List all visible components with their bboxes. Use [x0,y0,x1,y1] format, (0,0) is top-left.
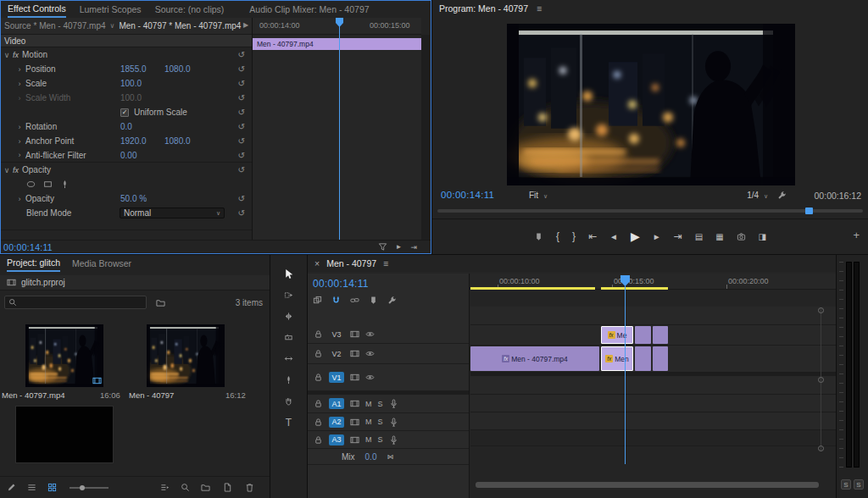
timeline-clip-v2-selected[interactable]: fx Me [601,326,633,344]
close-icon[interactable]: × [314,258,320,268]
twirl-position-icon[interactable]: › [14,65,25,74]
twirl-antiflicker-icon[interactable]: › [14,151,25,159]
twirl-scale-icon[interactable]: › [14,80,25,88]
zoom-slider[interactable] [70,487,108,489]
tab-source-monitor[interactable]: Source: (no clips) [155,4,225,14]
mute-button[interactable]: M [365,418,372,426]
timeline-clip[interactable] [653,326,668,344]
lock-icon[interactable] [314,329,323,339]
track-content-v3[interactable] [470,307,836,325]
new-item-icon[interactable] [223,483,232,492]
lock-icon[interactable] [314,349,323,358]
clip-thumbnail[interactable] [147,324,225,387]
program-scrubber[interactable] [437,206,863,216]
voiceover-mic-icon[interactable] [389,418,398,427]
play-in-out-icon[interactable]: ⇥ [410,243,417,252]
bin-path-icon[interactable] [156,298,165,307]
sync-lock-icon[interactable] [350,329,359,339]
voiceover-mic-icon[interactable] [389,435,398,445]
twirl-opacity-icon[interactable]: › [14,195,25,203]
lock-icon[interactable] [314,418,323,427]
go-to-out-button[interactable]: ⇥ [674,230,682,242]
playback-resolution-dropdown[interactable]: 1/4 ∨ [747,191,768,200]
track-content-v2[interactable]: fx Me [470,325,836,346]
mini-playhead-line[interactable] [339,18,340,240]
mix-meter-icon[interactable]: ⋈ [387,453,393,461]
tool-razor[interactable] [270,327,307,348]
track-badge-v3[interactable]: V3 [329,329,344,340]
track-output-eye-icon[interactable] [365,329,375,339]
mini-clip-bar[interactable]: Men - 40797.mp4 [253,38,421,50]
clip-thumbnail[interactable] [25,324,103,387]
horizontal-scrollbar[interactable] [476,482,819,488]
sync-lock-icon[interactable] [350,373,359,382]
mix-value[interactable]: 0.0 [365,452,377,462]
timeline-playhead-line[interactable] [625,278,626,464]
track-content-v1[interactable]: fx Men - 40797.mp4 fx Men [470,346,836,373]
solo-button[interactable]: S [378,435,383,444]
panel-menu-icon[interactable]: ≡ [383,258,388,268]
vertical-scrollbar[interactable] [818,307,824,451]
tool-selection[interactable] [270,263,307,285]
chevron-down-icon[interactable]: ∨ [110,22,115,30]
timeline-clip[interactable] [635,346,651,371]
reset-rotation-button[interactable]: ↺ [238,122,245,131]
track-badge-v1[interactable]: V1 [329,372,344,383]
reset-antiflicker-button[interactable]: ↺ [238,151,245,160]
sync-lock-icon[interactable] [350,418,359,427]
twirl-anchor-icon[interactable]: › [14,137,25,146]
fx-icon[interactable]: fx [13,51,19,59]
effect-timecode[interactable]: 00:00:14:11 [3,242,53,252]
position-x-value[interactable]: 1855.0 [120,64,147,74]
mute-button[interactable]: M [365,435,372,444]
tab-audio-clip-mixer[interactable]: Audio Clip Mixer: Men - 40797 [249,4,369,14]
timeline-settings-wrench-icon[interactable] [387,296,397,305]
scale-value[interactable]: 100.0 [120,79,142,88]
extract-button[interactable]: ▦ [715,232,723,241]
mark-in-button[interactable]: { [556,230,559,242]
reset-motion-button[interactable]: ↺ [238,50,245,59]
reset-anchor-button[interactable]: ↺ [238,136,245,146]
timeline-clip[interactable] [653,346,668,371]
nest-toggle-icon[interactable] [313,296,322,305]
play-around-icon[interactable]: ► [396,243,403,251]
sync-lock-icon[interactable] [350,349,359,358]
tab-project[interactable]: Project: glitch [7,255,60,272]
lift-button[interactable]: ▤ [695,232,703,241]
rect-mask-icon[interactable] [43,180,53,189]
track-content-a1[interactable] [470,376,836,395]
tool-ripple-edit[interactable] [270,306,307,327]
settings-wrench-icon[interactable] [777,191,787,200]
tool-type[interactable]: T [270,412,307,433]
sync-lock-icon[interactable] [350,399,359,408]
tab-sequence[interactable]: Men - 40797 [326,256,376,271]
search-box[interactable] [4,296,147,309]
reset-position-button[interactable]: ↺ [238,64,245,74]
program-timecode[interactable]: 00:00:14:11 [441,190,494,200]
lock-icon[interactable] [314,373,323,382]
collapse-opacity-icon[interactable]: ∨ [1,166,13,174]
solo-button[interactable]: S [378,418,383,426]
tool-pen[interactable] [270,369,307,390]
readonly-pencil-icon[interactable] [7,483,16,492]
twirl-rotation-icon[interactable]: › [14,123,25,131]
tab-program[interactable]: Program: Men - 40797 [439,1,528,16]
timeline-clip[interactable] [635,326,651,344]
reset-opacity-button[interactable]: ↺ [238,165,245,174]
reset-scale-button[interactable]: ↺ [238,79,245,88]
project-file-name[interactable]: glitch.prproj [21,278,65,287]
sequence-thumbnail[interactable] [15,406,114,463]
linked-selection-icon[interactable] [350,296,359,305]
go-to-in-button[interactable]: ⇤ [588,230,597,242]
icon-view-icon[interactable] [47,483,57,492]
add-marker-button[interactable] [534,232,543,241]
track-output-eye-icon[interactable] [365,349,375,358]
anchor-x-value[interactable]: 1920.0 [120,136,147,146]
rotation-value[interactable]: 0.0 [120,122,132,131]
track-badge-a3[interactable]: A3 [329,434,344,445]
delete-icon[interactable] [245,483,254,492]
opacity-value[interactable]: 50.0 % [120,194,147,203]
tab-media-browser[interactable]: Media Browser [72,258,131,268]
track-badge-a2[interactable]: A2 [329,417,344,428]
comparison-view-button[interactable]: ◨ [759,232,766,241]
